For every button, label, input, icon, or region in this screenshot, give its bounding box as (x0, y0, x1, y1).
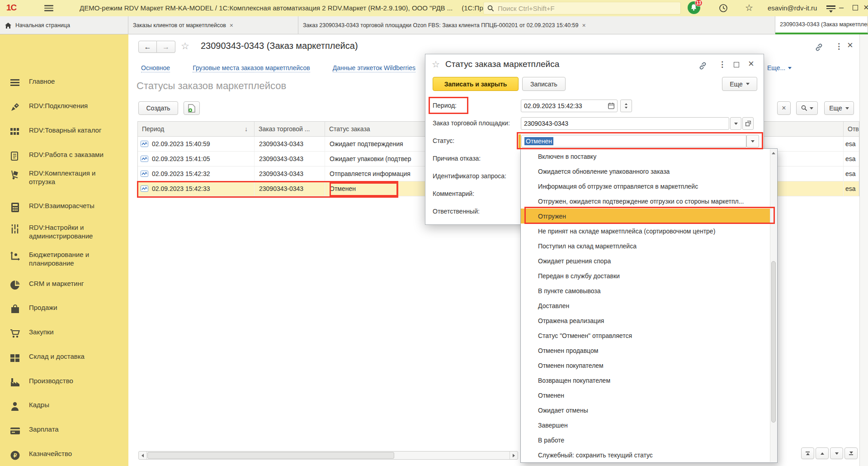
sidebar-item-salary[interactable]: Зарплата (0, 425, 128, 437)
order-input[interactable]: 23090343-0343 (521, 117, 729, 130)
nav-link-labels[interactable]: Данные этикеток Wildberries (333, 64, 415, 72)
dropdown-option[interactable]: Включен в поставку (521, 149, 770, 164)
sidebar-item-budgeting[interactable]: Бюджетирование и планирование (0, 250, 128, 267)
sidebar-item-rdv-catalog[interactable]: RDV:Товарный каталог (0, 126, 128, 138)
horizontal-scrollbar[interactable] (138, 451, 518, 460)
dialog-close-icon[interactable]: × (748, 58, 754, 70)
create-by-copy-button[interactable] (184, 101, 200, 115)
tab-close-icon[interactable]: × (582, 22, 586, 29)
calendar-icon[interactable] (608, 103, 614, 109)
tab-client-orders[interactable]: Заказы клиентов от маркетплейсов × (128, 16, 298, 34)
sidebar-item-sales[interactable]: Продажи (0, 303, 128, 315)
search-list-button[interactable] (796, 101, 818, 115)
maximize-button[interactable] (853, 5, 858, 10)
dropdown-option[interactable]: Служебный: сохранить текущий статус (521, 447, 770, 462)
sidebar-item-production[interactable]: Производство (0, 376, 128, 388)
user-account[interactable]: esavin@rdv-it.ru (768, 4, 817, 12)
favorite-star-icon[interactable]: ☆ (181, 41, 189, 52)
order-open-button[interactable] (742, 117, 754, 130)
dropdown-option[interactable]: Поступил на склад маркетплейса (521, 238, 770, 253)
form-menu-kebab-icon[interactable]: ⋮ (835, 42, 843, 51)
scroll-left-icon[interactable] (139, 452, 147, 459)
create-button[interactable]: Создать (138, 101, 178, 115)
favorites-star-icon[interactable]: ☆ (745, 2, 753, 13)
dropdown-option[interactable]: Доставлен (521, 298, 770, 313)
spinner-up-icon[interactable] (625, 103, 627, 105)
sidebar-item-rdv-admin[interactable]: RDV:Настройки и администрирование (0, 223, 128, 240)
dropdown-option[interactable]: Информация об отгрузке отправляется в ма… (521, 179, 770, 194)
dialog-menu-kebab-icon[interactable]: ⋮ (718, 60, 726, 69)
dropdown-option[interactable]: Ожидается обновление упакованного заказа (521, 164, 770, 179)
service-menu-icon[interactable] (826, 5, 835, 13)
save-button[interactable]: Записать (522, 77, 566, 91)
main-menu-icon[interactable] (44, 5, 53, 13)
back-button[interactable]: ← (138, 41, 157, 53)
dropdown-option[interactable]: В работе (521, 433, 770, 447)
tab-home[interactable]: Начальная страница (0, 16, 128, 34)
sidebar-item-main[interactable]: Главное (0, 77, 128, 89)
close-window-button[interactable]: × (863, 2, 868, 13)
forward-button[interactable]: → (157, 41, 175, 53)
spinner-down-icon[interactable] (625, 107, 627, 109)
clear-search-button[interactable]: × (777, 101, 791, 115)
favorite-star-icon[interactable]: ☆ (432, 59, 440, 70)
vertical-scrollbar[interactable] (859, 34, 868, 466)
page-up-button[interactable] (816, 447, 829, 459)
dropdown-option[interactable]: Статус "Отменен" отправляется (521, 328, 770, 343)
get-link-icon[interactable] (815, 43, 823, 52)
tab-close-icon[interactable]: × (230, 22, 233, 29)
dropdown-option[interactable]: Отгружен, ожидается подтверждение отгруз… (521, 194, 770, 209)
dialog-more-button[interactable]: Еще (722, 77, 757, 91)
page-down-button[interactable] (830, 447, 843, 459)
dropdown-option[interactable]: В пункте самовывоза (521, 283, 770, 298)
dialog-maximize-icon[interactable] (734, 62, 739, 67)
global-search-input[interactable]: Поиск Ctrl+Shift+F (483, 2, 681, 14)
sidebar-item-warehouse[interactable]: Склад и доставка (0, 352, 128, 364)
scroll-right-icon[interactable] (509, 452, 518, 459)
scroll-up-icon[interactable] (772, 152, 775, 154)
sidebar-item-rdv-settlements[interactable]: RDV:Взаиморасчеты (0, 201, 128, 213)
history-icon[interactable] (719, 4, 728, 13)
column-period[interactable]: Период ↓ (138, 122, 255, 136)
period-spinner[interactable] (620, 100, 632, 112)
dropdown-option[interactable]: Не принят на складе маркетплейса (сортир… (521, 223, 770, 238)
order-dropdown-button[interactable] (730, 117, 741, 130)
scrollbar-thumb[interactable] (147, 452, 394, 459)
column-order[interactable]: Заказ торговой ... (255, 122, 325, 136)
sidebar-item-crm[interactable]: CRM и маркетинг (0, 279, 128, 291)
list-more-button[interactable]: Еще (824, 101, 854, 115)
period-input[interactable]: 02.09.2023 15:42:33 (521, 100, 618, 112)
status-combo-input[interactable]: Отменен (521, 135, 746, 147)
notifications-bell-icon[interactable]: 13 (688, 1, 700, 14)
tab-ozon-order[interactable]: Заказ 23090343-0343 торговой площадки Oz… (298, 16, 775, 34)
sidebar-item-rdv-orders[interactable]: RDV:Работа с заказами (0, 150, 128, 162)
column-responsible[interactable]: Отв (844, 122, 859, 136)
dropdown-option[interactable]: Ожидает решения спора (521, 253, 770, 268)
get-link-icon[interactable] (698, 62, 707, 70)
go-to-end-button[interactable] (844, 447, 858, 459)
nav-link-cargo[interactable]: Грузовые места заказов маркетплейсов (193, 64, 310, 72)
status-dropdown-button[interactable] (746, 135, 759, 147)
dropdown-option[interactable]: Завершен (521, 418, 770, 433)
dropdown-option[interactable]: Отражена реализация (521, 313, 770, 328)
dropdown-option[interactable]: Отменен покупателем (521, 358, 770, 373)
sidebar-item-hr[interactable]: Кадры (0, 400, 128, 412)
dropdown-option[interactable]: Отменен продавцом (521, 343, 770, 358)
dropdown-option[interactable]: Ожидает отмены (521, 403, 770, 418)
sidebar-item-purchases[interactable]: Закупки (0, 328, 128, 339)
nav-link-main[interactable]: Основное (141, 64, 170, 72)
scrollbar-thumb[interactable] (771, 261, 776, 423)
dropdown-option[interactable]: Возвращен покупателем (521, 373, 770, 388)
minimize-button[interactable]: – (839, 3, 844, 12)
save-and-close-button[interactable]: Записать и закрыть (433, 77, 519, 91)
sidebar-item-rdv-connections[interactable]: RDV:Подключения (0, 101, 128, 113)
go-to-top-button[interactable] (801, 447, 814, 459)
dropdown-scrollbar[interactable] (770, 149, 777, 462)
dropdown-option[interactable]: Передан в службу доставки (521, 268, 770, 283)
dropdown-option-highlighted[interactable]: Отгружен (521, 209, 770, 223)
dropdown-option[interactable]: Отменен (521, 388, 770, 403)
nav-more-link[interactable]: Еще... (767, 64, 792, 72)
tab-marketplace-order[interactable]: 23090343-0343 (Заказ маркетплейса) × (775, 16, 868, 34)
form-close-icon[interactable]: × (847, 39, 853, 51)
sidebar-item-rdv-shipping[interactable]: RDV:Комплектация и отгрузка (0, 169, 128, 186)
